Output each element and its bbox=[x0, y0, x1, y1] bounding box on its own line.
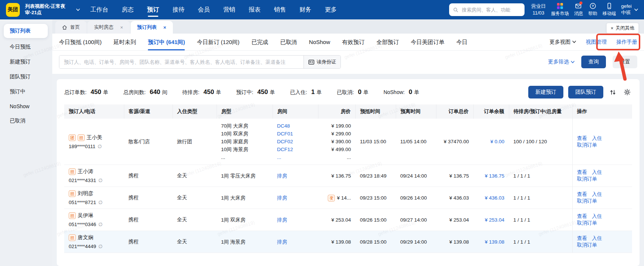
more-filters-dropdown[interactable]: 更多筛选 bbox=[548, 59, 575, 65]
meituan-logo[interactable]: 美团 bbox=[6, 3, 20, 17]
tab-label: 实时房态 bbox=[94, 24, 113, 31]
room-link[interactable]: 排房 bbox=[277, 194, 314, 202]
phone-hidden-icon[interactable]: ∅ bbox=[98, 144, 102, 149]
action-取消订单[interactable]: 取消订单 bbox=[577, 142, 597, 148]
action-查看[interactable]: 查看 bbox=[577, 235, 587, 241]
subtab-今日[interactable]: 今日 bbox=[456, 34, 467, 50]
action-查看[interactable]: 查看 bbox=[577, 213, 587, 219]
group-booking-button[interactable]: 团队预订 bbox=[568, 86, 603, 98]
action-入住[interactable]: 入住 bbox=[592, 135, 602, 141]
nav-item-更多[interactable]: 更多 bbox=[325, 0, 337, 19]
action-入住[interactable]: 入住 bbox=[592, 213, 602, 219]
tab-label: 首页 bbox=[70, 24, 80, 31]
property-selector[interactable]: 列表视图化-正常夜审-21点 bbox=[25, 3, 80, 16]
help-button[interactable]: ? 帮助 bbox=[588, 3, 597, 17]
action-取消订单[interactable]: 取消订单 bbox=[577, 176, 597, 182]
action-取消订单[interactable]: 取消订单 bbox=[577, 198, 597, 204]
source-cell: 散客/门店 bbox=[124, 119, 172, 165]
mobile-button[interactable]: 移动端 bbox=[603, 3, 616, 17]
sidebar-item-今日预抵[interactable]: 今日预抵 bbox=[0, 40, 52, 54]
arrive-time-cell: 09/28 15:00 bbox=[355, 231, 396, 253]
messages-button[interactable]: 消息 bbox=[574, 3, 583, 17]
room-type-cell: 1间 大床房 bbox=[217, 187, 273, 209]
tab-room-status[interactable]: 实时房态 × bbox=[87, 21, 130, 34]
room-link[interactable]: DC48 bbox=[277, 122, 314, 130]
mobile-label: 移动端 bbox=[603, 10, 616, 17]
tab-booking-list[interactable]: 预订列表 × bbox=[131, 21, 173, 34]
settings-button[interactable] bbox=[622, 87, 632, 97]
subtab-今日新订 (120间)[interactable]: 今日新订 (120间) bbox=[197, 34, 239, 50]
read-id-card-button[interactable]: 读身份证 bbox=[304, 56, 340, 68]
phone-hidden-icon[interactable]: ∅ bbox=[99, 244, 103, 249]
room-link[interactable]: DCF02 bbox=[277, 138, 314, 145]
subtab-今日预抵 (100间)[interactable]: 今日预抵 (100间) bbox=[59, 34, 102, 50]
arrive-time-cell: 09/26 15:00 bbox=[355, 209, 396, 231]
sidebar-item-预订列表[interactable]: 预订列表 bbox=[4, 24, 48, 38]
sidebar-item-已取消[interactable]: 已取消 bbox=[0, 113, 52, 128]
nav-item-工作台[interactable]: 工作台 bbox=[90, 0, 108, 19]
nav-item-房态[interactable]: 房态 bbox=[122, 0, 134, 19]
subtab-有效预订[interactable]: 有效预订 bbox=[342, 34, 364, 50]
nav-item-预订[interactable]: 预订 bbox=[147, 0, 159, 19]
close-others-button[interactable]: × 关闭其他 bbox=[606, 23, 639, 34]
subtab-已完成[interactable]: 已完成 bbox=[252, 34, 268, 50]
user-menu[interactable]: gefei 中班 bbox=[621, 3, 638, 16]
phone-hidden-icon[interactable]: ∅ bbox=[99, 178, 103, 183]
close-icon[interactable]: × bbox=[120, 25, 123, 30]
action-查看[interactable]: 查看 bbox=[577, 191, 587, 197]
nav-item-接待[interactable]: 接待 bbox=[172, 0, 184, 19]
nav-item-会员[interactable]: 会员 bbox=[198, 0, 210, 19]
room-link[interactable]: 排房 bbox=[277, 172, 314, 180]
content-area: 总订单数: 450单总房间数: 640间待排房: 450单预订中: 450单已入… bbox=[52, 74, 644, 266]
new-booking-button[interactable]: 新建预订 bbox=[528, 86, 563, 98]
nav-item-财务[interactable]: 财务 bbox=[299, 0, 311, 19]
subtab-预订中 (641间)[interactable]: 预订中 (641间) bbox=[148, 34, 185, 50]
action-查看[interactable]: 查看 bbox=[577, 135, 587, 141]
subtab-今日美团订单[interactable]: 今日美团订单 bbox=[411, 34, 444, 50]
action-入住[interactable]: 入住 bbox=[592, 235, 602, 241]
sidebar-item-预订中[interactable]: 预订中 bbox=[0, 84, 52, 99]
sidebar-item-NoShow[interactable]: NoShow bbox=[0, 99, 52, 113]
sidebar-item-团队预订[interactable]: 团队预订 bbox=[0, 69, 52, 84]
global-search[interactable] bbox=[449, 3, 525, 16]
phone-hidden-icon[interactable]: ∅ bbox=[99, 200, 103, 205]
badge-变: 变 bbox=[328, 195, 335, 201]
more-views-dropdown[interactable]: 更多视图 bbox=[550, 39, 576, 46]
action-取消订单[interactable]: 取消订单 bbox=[577, 242, 597, 248]
service-market-button[interactable]: 服务市场 bbox=[551, 3, 569, 17]
column-header-预抵时间: 预抵时间 bbox=[355, 104, 396, 119]
room-link[interactable]: 排房 bbox=[277, 238, 314, 246]
subtab-全部预订[interactable]: 全部预订 bbox=[376, 34, 399, 50]
arrive-time-cell: 11/03 15:00 bbox=[355, 119, 396, 165]
action-查看[interactable]: 查看 bbox=[577, 169, 587, 175]
global-search-input[interactable] bbox=[461, 7, 520, 13]
action-入住[interactable]: 入住 bbox=[592, 169, 602, 175]
nav-item-销售[interactable]: 销售 bbox=[274, 0, 286, 19]
manual-link[interactable]: 操作手册 bbox=[616, 39, 637, 46]
subtab-已取消[interactable]: 已取消 bbox=[280, 34, 297, 50]
action-入住[interactable]: 入住 bbox=[592, 191, 602, 197]
query-button[interactable]: 查询 bbox=[581, 56, 606, 68]
phone-hidden-icon[interactable]: ∅ bbox=[99, 222, 103, 227]
close-icon[interactable]: × bbox=[164, 25, 167, 30]
room-link[interactable]: ... bbox=[277, 153, 314, 161]
sidebar-item-新建预订[interactable]: 新建预订 bbox=[0, 54, 52, 69]
chevron-down-icon bbox=[76, 9, 80, 11]
booking-search-input[interactable] bbox=[59, 56, 304, 68]
room-link[interactable]: 排房 bbox=[277, 216, 314, 224]
room-link[interactable]: DCF01 bbox=[277, 130, 314, 138]
room-link[interactable]: DCF12 bbox=[277, 145, 314, 153]
tab-home[interactable]: 首页 bbox=[55, 21, 87, 34]
property-name: 列表视图化-正常夜审-21点 bbox=[25, 3, 74, 16]
sort-button[interactable] bbox=[608, 88, 617, 97]
view-manage-link[interactable]: 视图管理 bbox=[586, 39, 607, 46]
nav-item-营销[interactable]: 营销 bbox=[223, 0, 235, 19]
nav-item-报表[interactable]: 报表 bbox=[249, 0, 261, 19]
action-取消订单[interactable]: 取消订单 bbox=[577, 220, 597, 226]
column-header-待排房/预订中/总房量: 待排房/预订中/总房量 bbox=[509, 104, 572, 119]
price-cell: ¥ 139.08 bbox=[318, 231, 355, 253]
reset-button[interactable]: 重置 bbox=[613, 56, 637, 68]
subtab-NoShow[interactable]: NoShow bbox=[309, 34, 330, 50]
subtab-延时未到[interactable]: 延时未到 bbox=[113, 34, 136, 50]
balance-cell: ¥ 0.00 bbox=[473, 119, 509, 165]
